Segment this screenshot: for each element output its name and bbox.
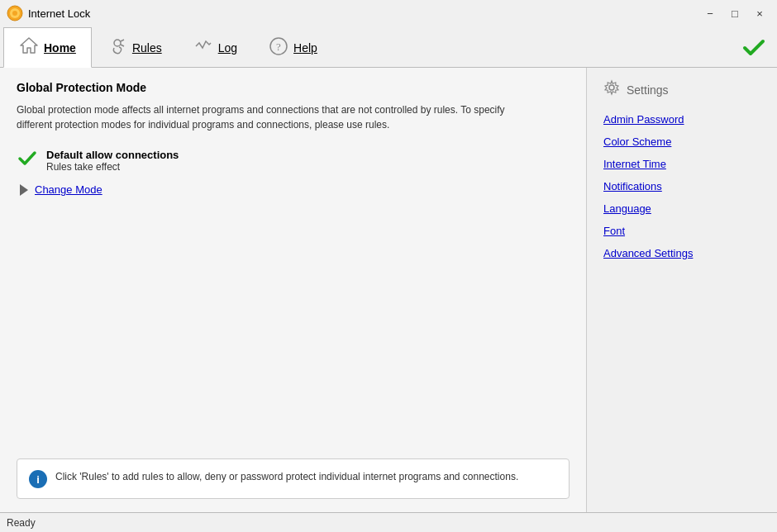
info-icon: i xyxy=(29,470,47,488)
nav-checkmark xyxy=(741,26,777,67)
home-icon xyxy=(19,36,39,59)
settings-link-notifications[interactable]: Notifications xyxy=(603,177,760,196)
nav-log-label: Log xyxy=(218,41,237,55)
section-title: Global Protection Mode xyxy=(17,81,570,94)
nav-help[interactable]: ? Help xyxy=(253,27,333,68)
nav-log[interactable]: Log xyxy=(178,27,253,68)
nav-home[interactable]: Home xyxy=(3,27,92,68)
svg-line-5 xyxy=(121,40,124,41)
settings-header: Settings xyxy=(603,79,760,100)
settings-link-advanced-settings[interactable]: Advanced Settings xyxy=(603,244,760,263)
svg-point-4 xyxy=(114,40,121,46)
mode-check-icon xyxy=(17,147,38,173)
info-text: Click 'Rules' to add rules to allow, den… xyxy=(55,469,518,484)
info-box: i Click 'Rules' to add rules to allow, d… xyxy=(17,458,570,499)
svg-text:?: ? xyxy=(276,40,281,53)
status-bar: Ready xyxy=(0,512,777,532)
help-icon: ? xyxy=(269,36,288,60)
mode-info: Default allow connections Rules take eff… xyxy=(46,149,179,173)
right-panel: Settings Admin Password Color Scheme Int… xyxy=(587,68,777,512)
settings-link-admin-password[interactable]: Admin Password xyxy=(603,110,760,129)
svg-line-6 xyxy=(121,45,124,46)
title-bar: Internet Lock − □ × xyxy=(0,0,777,26)
play-icon xyxy=(20,184,28,196)
mode-name: Default allow connections xyxy=(46,149,179,161)
main-content: Global Protection Mode Global protection… xyxy=(0,68,777,512)
app-title: Internet Lock xyxy=(28,7,699,20)
settings-link-color-scheme[interactable]: Color Scheme xyxy=(603,132,760,151)
nav-rules-label: Rules xyxy=(132,41,162,55)
nav-rules[interactable]: Rules xyxy=(92,27,178,68)
svg-marker-3 xyxy=(21,38,37,53)
left-panel: Global Protection Mode Global protection… xyxy=(0,68,587,512)
status-text: Ready xyxy=(7,517,36,529)
svg-point-9 xyxy=(609,85,614,90)
settings-header-label: Settings xyxy=(627,83,669,97)
rules-icon xyxy=(107,36,127,60)
nav-bar: Home Rules Log ? Help xyxy=(0,26,777,68)
maximize-button[interactable]: □ xyxy=(724,5,746,21)
settings-link-font[interactable]: Font xyxy=(603,221,760,240)
nav-home-label: Home xyxy=(44,41,76,55)
app-icon xyxy=(7,5,23,21)
settings-link-language[interactable]: Language xyxy=(603,199,760,218)
mode-sub: Rules take effect xyxy=(46,161,179,173)
change-mode-link[interactable]: Change Mode xyxy=(35,183,102,196)
svg-point-2 xyxy=(12,11,17,16)
mode-row: Default allow connections Rules take eff… xyxy=(17,149,570,173)
settings-link-internet-time[interactable]: Internet Time xyxy=(603,154,760,173)
change-mode-row: Change Mode xyxy=(20,183,570,196)
window-controls: − □ × xyxy=(699,5,770,21)
gear-icon xyxy=(603,79,620,100)
log-icon xyxy=(193,36,213,60)
description-text: Global protection mode affects all inter… xyxy=(17,102,512,132)
close-button[interactable]: × xyxy=(749,5,770,21)
nav-help-label: Help xyxy=(293,41,317,55)
minimize-button[interactable]: − xyxy=(699,5,721,21)
